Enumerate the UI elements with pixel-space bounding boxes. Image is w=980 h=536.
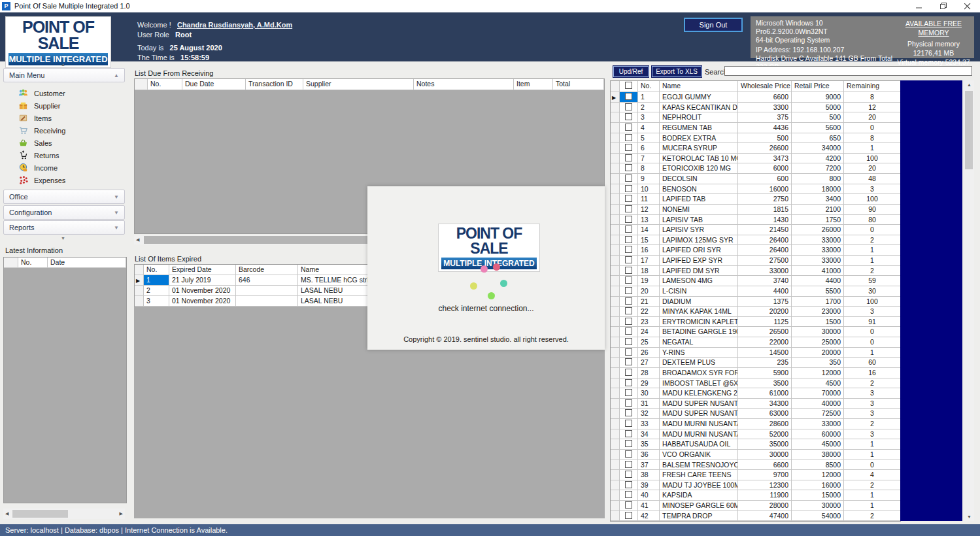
cell-retail-price[interactable]: 26000 <box>792 225 844 235</box>
product-checkbox[interactable] <box>625 103 632 110</box>
sidebar-item-returns[interactable]: Returns <box>3 149 125 161</box>
sidebar-item-supplier[interactable]: Supplier <box>3 99 125 112</box>
table-row[interactable]: 8ETORICOXIB 120 MG6000720020 <box>611 163 900 174</box>
cell-wholesale-price[interactable]: 3500 <box>738 378 792 389</box>
cell-remaining[interactable]: 3 <box>844 388 901 399</box>
cell-wholesale-price[interactable]: 4436 <box>738 123 792 133</box>
cell-select[interactable] <box>620 348 638 358</box>
cell-wholesale-price[interactable]: 3740 <box>738 276 792 286</box>
cell-wholesale-price[interactable]: 3473 <box>738 154 792 164</box>
cell-name[interactable]: BODREX EXTRA <box>660 133 738 144</box>
row-selector-cell[interactable] <box>611 286 620 297</box>
cell-wholesale-price[interactable]: 1125 <box>738 317 792 327</box>
upd-ref-button[interactable]: Upd/Ref <box>613 66 649 77</box>
sidebar-item-items[interactable]: Items <box>3 112 125 124</box>
cell-no[interactable]: 4 <box>638 123 660 133</box>
cell-remaining[interactable]: 2 <box>844 378 901 389</box>
cell-wholesale-price[interactable]: 33000 <box>738 266 792 276</box>
cell-wholesale-price[interactable]: 6600 <box>738 92 792 103</box>
cell-name[interactable]: LAPIMOX 125MG SYR <box>660 235 738 246</box>
row-selector-cell[interactable] <box>611 215 620 226</box>
close-button[interactable] <box>956 0 979 12</box>
row-selector-cell[interactable] <box>611 256 620 266</box>
main-menu-header[interactable]: Main Menu ▲ <box>3 68 125 82</box>
table-row[interactable]: 22MINYAK KAPAK 14ML20200230003 <box>611 307 900 317</box>
cell-remaining[interactable]: 8 <box>844 92 901 103</box>
cell-select[interactable] <box>620 460 638 471</box>
cell-wholesale-price[interactable]: 1430 <box>738 215 792 226</box>
cell-no[interactable]: 15 <box>638 235 660 246</box>
cell-select[interactable] <box>620 154 638 164</box>
product-checkbox[interactable] <box>625 93 632 100</box>
cell-name[interactable]: BETADINE GARGLE 190 <box>660 327 738 337</box>
product-checkbox[interactable] <box>625 409 632 416</box>
cell-barcode[interactable] <box>236 296 298 307</box>
cell-name[interactable]: KAPAS KECANTIKAN DIVA <box>660 103 738 113</box>
cell-name[interactable]: VCO ORGANIK <box>660 450 738 460</box>
product-checkbox[interactable] <box>625 338 632 345</box>
cell-remaining[interactable]: 2 <box>844 511 901 522</box>
table-row[interactable]: 37BALSEM TRESNOJOYO 2...660085000 <box>611 460 900 471</box>
cell-select[interactable] <box>620 256 638 266</box>
table-row[interactable]: 11LAPIFED TAB27503400100 <box>611 194 900 205</box>
row-selector-cell[interactable] <box>611 163 620 174</box>
cell-select[interactable] <box>620 225 638 235</box>
table-row[interactable]: 10BENOSON16000180003 <box>611 184 900 195</box>
cell-remaining[interactable]: 4 <box>844 470 901 480</box>
cell-name[interactable]: HABBATUSAUDA OIL <box>660 439 738 450</box>
cell-retail-price[interactable]: 16000 <box>792 480 844 491</box>
cell-wholesale-price[interactable]: 235 <box>738 358 792 368</box>
cell-wholesale-price[interactable]: 4400 <box>738 286 792 297</box>
cell-wholesale-price[interactable]: 500 <box>738 133 792 144</box>
cell-select[interactable] <box>620 163 638 174</box>
cell-no[interactable]: 30 <box>638 388 660 399</box>
cell-retail-price[interactable]: 33000 <box>792 419 844 429</box>
cell-no[interactable]: 16 <box>638 245 660 256</box>
cell-no[interactable]: 23 <box>638 317 660 327</box>
cell-remaining[interactable]: 1 <box>844 245 901 256</box>
table-row[interactable]: 23ERYTROMICIN KAPLET1125150091 <box>611 317 900 327</box>
cell-no[interactable]: 21 <box>638 297 660 307</box>
cell-retail-price[interactable]: 1750 <box>792 215 844 226</box>
table-row[interactable]: 40KAPSIDA11900150001 <box>611 490 900 501</box>
cell-select[interactable] <box>620 470 638 480</box>
cell-retail-price[interactable]: 72500 <box>792 409 844 419</box>
table-row[interactable]: 5BODREX EXTRA5006508 <box>611 133 900 144</box>
cell-no[interactable]: 2 <box>144 286 169 296</box>
cell-wholesale-price[interactable]: 20200 <box>738 307 792 317</box>
row-selector-cell[interactable] <box>611 184 620 195</box>
cell-no[interactable]: 6 <box>638 143 660 154</box>
cell-no[interactable]: 20 <box>638 286 660 297</box>
table-row[interactable]: 4REGUMEN TAB443656000 <box>611 123 900 133</box>
cell-name[interactable]: LAPIFED DM SYR <box>660 266 738 276</box>
sign-out-button[interactable]: Sign Out <box>684 18 743 32</box>
cell-remaining[interactable]: 20 <box>844 112 901 123</box>
cell-select[interactable] <box>620 143 638 154</box>
cell-select[interactable] <box>620 388 638 399</box>
cell-wholesale-price[interactable]: 6000 <box>738 163 792 174</box>
cell-name[interactable]: EGOJI GUMMY <box>660 92 738 103</box>
cell-no[interactable]: 33 <box>638 419 660 429</box>
cell-remaining[interactable]: 20 <box>844 163 901 174</box>
product-checkbox[interactable] <box>625 318 632 325</box>
cell-barcode[interactable]: 646 <box>236 275 298 286</box>
cell-name[interactable]: LAPISIV TAB <box>660 215 738 226</box>
table-row[interactable]: 32MADU SUPER NUSANTA...63000725003 <box>611 409 900 419</box>
cell-wholesale-price[interactable]: 16000 <box>738 184 792 195</box>
row-selector-cell[interactable]: ▶ <box>135 275 144 286</box>
row-selector-cell[interactable] <box>611 154 620 164</box>
cell-retail-price[interactable]: 650 <box>792 133 844 144</box>
cell-name[interactable]: FRESH CARE TEENS <box>660 470 738 480</box>
cell-select[interactable] <box>620 399 638 409</box>
cell-retail-price[interactable]: 5600 <box>792 123 844 133</box>
cell-wholesale-price[interactable]: 22000 <box>738 337 792 348</box>
cell-wholesale-price[interactable]: 35000 <box>738 439 792 450</box>
table-row[interactable]: 34MADU MURNI NUSANTA...52000600003 <box>611 429 900 440</box>
product-checkbox[interactable] <box>625 267 632 274</box>
cell-wholesale-price[interactable]: 11900 <box>738 490 792 501</box>
cell-retail-price[interactable]: 38000 <box>792 450 844 460</box>
cell-no[interactable]: 8 <box>638 163 660 174</box>
cell-select[interactable] <box>620 490 638 501</box>
cell-remaining[interactable]: 3 <box>844 409 901 419</box>
row-selector-cell[interactable] <box>611 317 620 327</box>
